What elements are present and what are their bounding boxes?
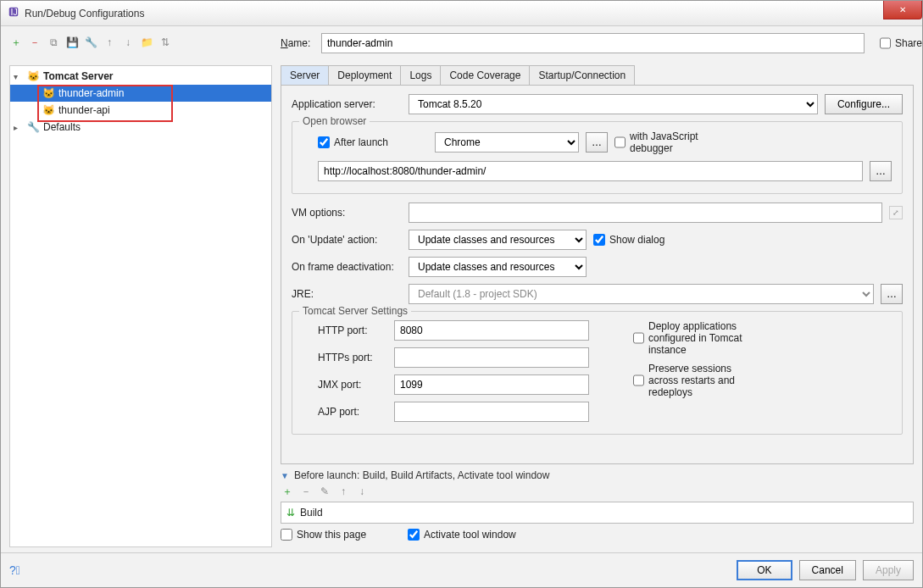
jre-select[interactable]: Default (1.8 - project SDK) <box>409 284 874 304</box>
window-title: Run/Debug Configurations <box>25 8 144 19</box>
sort-icon[interactable]: ⇅ <box>158 36 172 49</box>
show-dialog-checkbox[interactable]: Show dialog <box>593 234 703 246</box>
tree-node-defaults[interactable]: ▸ 🔧 Defaults <box>10 119 271 136</box>
activate-tool-window-checkbox[interactable]: Activate tool window <box>408 529 518 541</box>
cancel-button[interactable]: Cancel <box>799 560 856 580</box>
expand-toggle-icon[interactable]: ▸ <box>14 123 24 132</box>
jmx-port-label: JMX port: <box>303 379 387 391</box>
add-task-icon[interactable]: ＋ <box>281 485 294 498</box>
copy-icon[interactable]: ⧉ <box>47 36 60 49</box>
on-frame-label: On frame deactivation: <box>292 261 402 273</box>
jre-label: JRE: <box>292 288 402 300</box>
dialog-footer: ?⃝ OK Cancel Apply <box>1 552 922 587</box>
tab-deployment[interactable]: Deployment <box>328 65 401 85</box>
show-this-page-checkbox[interactable]: Show this page <box>281 529 391 541</box>
app-server-label: Application server: <box>292 98 402 110</box>
tomcat-local-icon: 🐱 <box>42 87 55 99</box>
before-launch-list[interactable]: ⇊ Build <box>281 502 914 524</box>
app-icon: IJ <box>8 6 19 20</box>
before-launch-header[interactable]: ▼ Before launch: Build, Build Artifacts,… <box>281 469 914 481</box>
tab-server[interactable]: Server <box>281 65 329 85</box>
apply-button[interactable]: Apply <box>863 560 914 580</box>
on-update-label: On 'Update' action: <box>292 234 402 246</box>
configure-button[interactable]: Configure... <box>825 94 903 114</box>
tomcat-local-icon: 🐱 <box>42 104 55 116</box>
tab-startup-connection[interactable]: Startup/Connection <box>529 65 635 85</box>
svg-text:IJ: IJ <box>11 7 18 17</box>
move-up-icon[interactable]: ↑ <box>103 36 116 49</box>
open-browser-fieldset: Open browser After launch Chrome … with … <box>292 121 903 194</box>
deploy-apps-checkbox[interactable]: Deploy applications configured in Tomcat… <box>633 320 743 356</box>
with-js-debugger-checkbox[interactable]: with JavaScript debugger <box>614 130 725 154</box>
tab-code-coverage[interactable]: Code Coverage <box>440 65 530 85</box>
preserve-sessions-checkbox[interactable]: Preserve sessions across restarts and re… <box>633 363 743 398</box>
ajp-port-input[interactable] <box>394 402 589 422</box>
vm-options-label: VM options: <box>292 207 402 219</box>
browser-select[interactable]: Chrome <box>435 132 579 153</box>
ajp-port-label: AJP port: <box>303 406 387 418</box>
edit-task-icon[interactable]: ✎ <box>318 485 331 498</box>
tree-node-thunder-admin[interactable]: 🐱 thunder-admin <box>10 85 271 102</box>
url-input[interactable] <box>318 161 863 181</box>
tab-logs[interactable]: Logs <box>400 65 441 85</box>
expand-toggle-icon[interactable]: ▾ <box>14 72 24 81</box>
config-tabs: Server Deployment Logs Code Coverage Sta… <box>281 65 914 86</box>
task-up-icon[interactable]: ↑ <box>336 485 350 498</box>
http-port-label: HTTP port: <box>303 325 387 336</box>
save-template-icon[interactable]: 💾 <box>65 36 79 49</box>
url-ellipsis-button[interactable]: … <box>870 161 892 181</box>
build-icon: ⇊ <box>286 507 295 519</box>
jre-ellipsis-button[interactable]: … <box>881 284 903 304</box>
configurations-tree[interactable]: ▾ 🐱 Tomcat Server 🐱 thunder-admin 🐱 thun… <box>9 65 272 547</box>
expand-icon[interactable]: ⤢ <box>889 206 903 219</box>
close-window-button[interactable]: ✕ <box>883 1 922 19</box>
run-debug-configurations-dialog: IJ Run/Debug Configurations ✕ ＋ － ⧉ 💾 🔧 … <box>0 0 923 588</box>
wrench-icon: 🔧 <box>27 121 40 133</box>
tree-node-tomcat-server[interactable]: ▾ 🐱 Tomcat Server <box>10 68 271 85</box>
on-frame-select[interactable]: Update classes and resources <box>409 257 587 277</box>
titlebar: IJ Run/Debug Configurations ✕ <box>1 1 922 26</box>
browser-ellipsis-button[interactable]: … <box>586 132 608 153</box>
https-port-input[interactable] <box>394 347 589 368</box>
remove-icon[interactable]: － <box>28 36 42 49</box>
vm-options-input[interactable] <box>409 202 882 223</box>
config-toolbar: ＋ － ⧉ 💾 🔧 ↑ ↓ 📁 ⇅ <box>9 33 272 52</box>
move-down-icon[interactable]: ↓ <box>121 36 135 49</box>
tomcat-icon: 🐱 <box>27 70 40 82</box>
remove-task-icon[interactable]: － <box>299 485 313 498</box>
task-down-icon[interactable]: ↓ <box>355 485 369 498</box>
tree-node-thunder-api[interactable]: 🐱 thunder-api <box>10 102 271 119</box>
jmx-port-input[interactable] <box>394 374 589 395</box>
share-checkbox[interactable]: Share <box>880 37 914 49</box>
name-label: Name: <box>281 37 314 49</box>
wrench-icon[interactable]: 🔧 <box>84 36 97 49</box>
app-server-select[interactable]: Tomcat 8.5.20 <box>409 94 818 114</box>
before-launch-section: ▼ Before launch: Build, Build Artifacts,… <box>281 469 914 547</box>
folder-icon[interactable]: 📁 <box>140 36 153 49</box>
tomcat-settings-fieldset: Tomcat Server Settings HTTP port: HTTPs … <box>292 311 903 435</box>
name-input[interactable] <box>321 33 865 53</box>
server-panel: Application server: Tomcat 8.5.20 Config… <box>281 86 914 464</box>
help-icon[interactable]: ?⃝ <box>9 563 20 577</box>
http-port-input[interactable] <box>394 320 589 341</box>
collapse-toggle-icon[interactable]: ▼ <box>281 471 289 480</box>
add-icon[interactable]: ＋ <box>9 36 23 49</box>
on-update-select[interactable]: Update classes and resources <box>409 230 587 250</box>
after-launch-checkbox[interactable]: After launch <box>318 136 428 148</box>
https-port-label: HTTPs port: <box>303 352 387 363</box>
ok-button[interactable]: OK <box>737 560 792 580</box>
